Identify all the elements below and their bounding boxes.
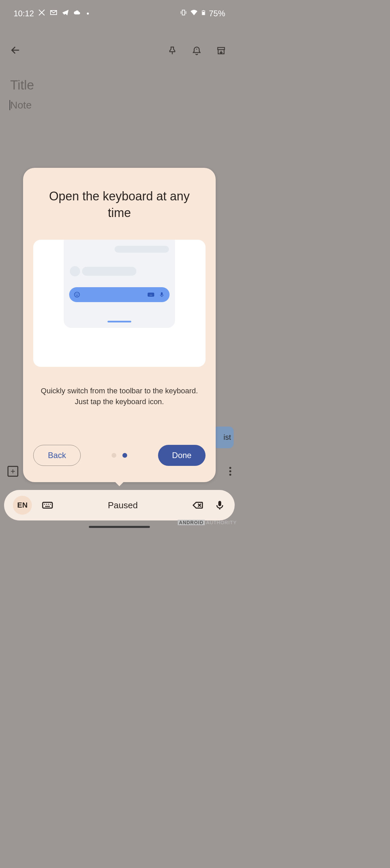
x-app-icon: [38, 9, 45, 18]
phone-frame: [64, 240, 175, 328]
more-button[interactable]: [229, 467, 231, 476]
back-button[interactable]: [10, 45, 20, 57]
dialog-description: Quickly switch from the toolbar to the k…: [33, 386, 206, 407]
status-right: 75%: [180, 8, 225, 19]
svg-point-19: [50, 504, 51, 505]
archive-icon[interactable]: [214, 43, 229, 58]
svg-rect-8: [148, 293, 154, 297]
svg-point-6: [76, 294, 77, 295]
watermark-brand: ANDROID: [178, 520, 205, 525]
back-button[interactable]: Back: [33, 445, 81, 466]
done-button[interactable]: Done: [158, 445, 206, 466]
peek-text: ist: [223, 433, 231, 442]
page-dot: [112, 453, 116, 458]
battery-icon: [201, 8, 206, 19]
svg-point-18: [48, 504, 49, 505]
reminder-icon[interactable]: [189, 43, 204, 58]
avatar-icon: [70, 266, 80, 276]
svg-rect-21: [218, 501, 221, 506]
svg-rect-10: [150, 294, 151, 294]
bottom-toolbar: +: [7, 466, 231, 477]
wifi-icon: [190, 8, 198, 19]
gmail-icon: [50, 8, 58, 19]
chat-input-pill: [69, 287, 170, 302]
telegram-icon: [62, 9, 69, 18]
pin-icon[interactable]: [165, 43, 180, 58]
svg-rect-9: [149, 294, 150, 294]
svg-rect-11: [151, 294, 152, 294]
svg-point-17: [46, 504, 47, 505]
gboard-status: Paused: [63, 500, 182, 511]
gesture-bar: [89, 526, 150, 528]
dialog-title: Open the keyboard at any time: [33, 188, 206, 221]
svg-rect-14: [161, 292, 163, 295]
status-left: 10:12: [14, 8, 89, 19]
chat-bubble: [82, 267, 136, 276]
svg-point-5: [75, 292, 80, 297]
svg-rect-2: [203, 10, 204, 11]
emoji-icon: [73, 291, 81, 298]
svg-rect-20: [45, 506, 50, 507]
title-input[interactable]: Title: [10, 78, 229, 93]
keyboard-icon[interactable]: [41, 499, 54, 511]
svg-rect-12: [153, 294, 153, 294]
svg-point-7: [78, 294, 78, 295]
dialog-illustration: [33, 240, 206, 367]
note-editor: Title Note: [10, 78, 229, 111]
cloud-icon: [73, 9, 81, 18]
battery-percent: 75%: [209, 9, 225, 18]
chat-bubble: [115, 246, 169, 253]
watermark-word: AUTHORITY: [206, 520, 237, 525]
watermark: ANDROIDAUTHORITY: [178, 520, 237, 525]
backspace-icon[interactable]: [192, 499, 204, 511]
status-bar: 10:12 75%: [0, 0, 239, 27]
mic-icon[interactable]: [214, 499, 226, 511]
note-input[interactable]: Note: [10, 99, 229, 111]
svg-rect-0: [182, 10, 184, 15]
background-chip: ist: [213, 427, 234, 448]
language-button[interactable]: EN: [13, 496, 32, 515]
svg-rect-4: [218, 47, 225, 50]
gesture-bar-icon: [108, 321, 131, 322]
app-toolbar: [0, 41, 239, 61]
add-button[interactable]: +: [7, 466, 18, 477]
dot-icon: [87, 13, 89, 15]
svg-rect-13: [149, 295, 152, 296]
status-time: 10:12: [14, 9, 34, 18]
vibrate-icon: [180, 9, 187, 18]
svg-point-16: [44, 504, 45, 505]
mic-icon: [158, 291, 165, 298]
onboarding-dialog: Open the keyboard at any time: [23, 168, 216, 482]
page-dot-active: [122, 453, 127, 458]
keyboard-icon: [147, 291, 155, 298]
page-indicator: [112, 453, 127, 458]
svg-rect-3: [202, 12, 205, 15]
svg-rect-15: [43, 502, 52, 508]
gboard-toolbar: EN Paused: [4, 490, 235, 520]
